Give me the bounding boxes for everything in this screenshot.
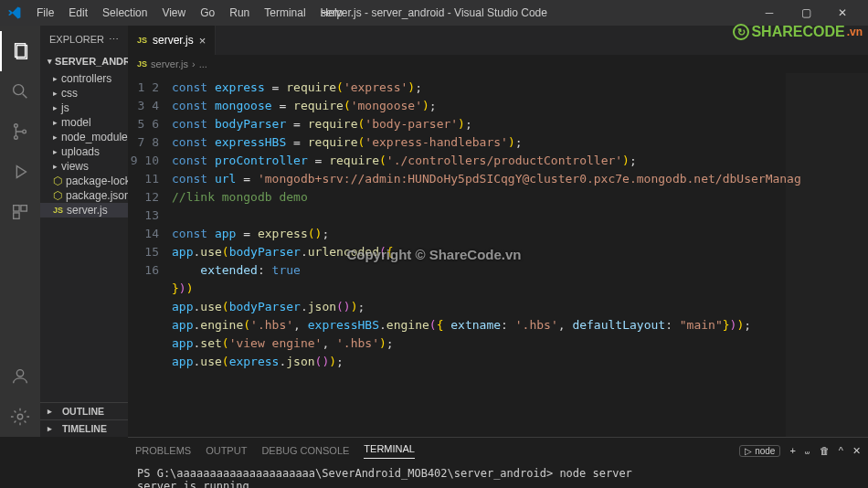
js-file-icon: JS xyxy=(137,59,147,69)
svg-point-4 xyxy=(15,124,18,128)
timeline-label: TIMELINE xyxy=(62,423,107,434)
menu-go[interactable]: Go xyxy=(193,3,222,23)
terminal-split-icon[interactable]: ⩊ xyxy=(805,445,810,456)
tree-label: model xyxy=(61,116,91,129)
activity-search[interactable] xyxy=(0,71,40,111)
chevron-right-icon: ▸ xyxy=(53,89,58,98)
window-title: server.js - server_android - Visual Stud… xyxy=(321,6,547,19)
chevron-right-icon: ▸ xyxy=(53,162,58,171)
panel-tab-output[interactable]: OUTPUT xyxy=(206,445,247,456)
breadcrumb-file: server.js xyxy=(151,58,188,69)
svg-line-3 xyxy=(23,94,27,99)
tree-label: server.js xyxy=(67,204,108,217)
logo-icon: ↻ xyxy=(733,24,749,40)
close-button[interactable]: ✕ xyxy=(824,0,861,26)
svg-point-11 xyxy=(16,370,23,377)
file-server-js[interactable]: JSserver.js xyxy=(40,203,128,217)
activity-extensions[interactable] xyxy=(0,192,40,232)
panel-tabs: PROBLEMS OUTPUT DEBUG CONSOLE TERMINAL ▷… xyxy=(128,438,868,463)
logo-suffix: .vn xyxy=(847,26,863,38)
terminal-shell-selector[interactable]: ▷ node xyxy=(739,445,780,457)
breadcrumb[interactable]: JS server.js › ... xyxy=(128,55,868,73)
chevron-right-icon: ▸ xyxy=(48,424,52,433)
explorer-title: EXPLORER xyxy=(49,34,104,45)
activity-explorer[interactable] xyxy=(0,31,40,71)
folder-node-modules[interactable]: ▸node_modules xyxy=(40,130,128,144)
maximize-button[interactable]: ▢ xyxy=(788,0,824,26)
breadcrumb-sep: › xyxy=(192,58,196,69)
tab-close-icon[interactable]: × xyxy=(199,34,206,48)
panel-close-icon[interactable]: ✕ xyxy=(852,445,861,457)
terminal-content[interactable]: PS G:\aaaaaaaaaaaaaaaaaaaaa\SeverAndroid… xyxy=(128,463,868,488)
activity-account[interactable] xyxy=(0,356,40,397)
timeline-section[interactable]: ▸ TIMELINE xyxy=(40,419,128,437)
editor-group: JS server.js × JS server.js › ... 1 2 3 … xyxy=(128,26,868,437)
chevron-right-icon: ▸ xyxy=(48,407,52,416)
svg-rect-9 xyxy=(21,206,26,211)
file-package-json[interactable]: ⬡package.json xyxy=(40,188,128,203)
svg-rect-8 xyxy=(14,206,19,211)
svg-point-6 xyxy=(23,130,26,133)
shell-label: node xyxy=(755,446,775,456)
js-file-icon: JS xyxy=(137,36,147,45)
svg-rect-10 xyxy=(14,213,19,218)
svg-point-2 xyxy=(14,85,24,95)
titlebar: File Edit Selection View Go Run Terminal… xyxy=(0,0,868,26)
minimize-button[interactable]: ─ xyxy=(751,0,788,26)
line-numbers: 1 2 3 4 5 6 7 8 9 10 11 12 13 14 15 16 xyxy=(128,73,172,437)
folder-model[interactable]: ▸model xyxy=(40,115,128,130)
tree-label: package-lock.json xyxy=(66,175,128,187)
terminal-new-icon[interactable]: + xyxy=(789,445,795,456)
panel-tab-debug[interactable]: DEBUG CONSOLE xyxy=(261,445,349,456)
tree-label: uploads xyxy=(61,145,100,158)
sharecode-logo: ↻ SHARECODE.vn xyxy=(733,24,863,40)
tree-label: controllers xyxy=(61,72,111,85)
window-controls: ─ ▢ ✕ xyxy=(751,0,861,26)
outline-label: OUTLINE xyxy=(62,406,104,417)
menu-selection[interactable]: Selection xyxy=(95,3,154,23)
chevron-right-icon: ▸ xyxy=(53,74,58,83)
activity-settings[interactable] xyxy=(0,397,40,437)
project-root[interactable]: ▾ SERVER_ANDROID xyxy=(40,53,128,69)
tree-label: css xyxy=(61,87,78,100)
tab-server-js[interactable]: JS server.js × xyxy=(128,26,216,55)
outline-section[interactable]: ▸ OUTLINE xyxy=(40,402,128,419)
activity-bar xyxy=(0,26,40,437)
tree-label: js xyxy=(61,101,69,114)
activity-source-control[interactable] xyxy=(0,111,40,152)
menu-view[interactable]: View xyxy=(154,3,193,23)
explorer-sidebar: EXPLORER ⋯ ▾ SERVER_ANDROID ▸controllers… xyxy=(40,26,128,437)
activity-debug[interactable] xyxy=(0,152,40,192)
folder-controllers[interactable]: ▸controllers xyxy=(40,71,128,86)
svg-marker-7 xyxy=(16,166,26,178)
code-editor[interactable]: 1 2 3 4 5 6 7 8 9 10 11 12 13 14 15 16 c… xyxy=(128,73,868,437)
menu-run[interactable]: Run xyxy=(222,3,257,23)
minimap[interactable] xyxy=(786,73,868,437)
project-name: SERVER_ANDROID xyxy=(55,56,128,67)
chevron-right-icon: ▸ xyxy=(53,118,58,127)
terminal-trash-icon[interactable]: 🗑 xyxy=(820,445,830,456)
chevron-right-icon: ▸ xyxy=(53,103,58,112)
menu-edit[interactable]: Edit xyxy=(61,3,95,23)
panel-maximize-icon[interactable]: ^ xyxy=(839,445,843,456)
explorer-header: EXPLORER ⋯ xyxy=(40,26,128,53)
svg-point-5 xyxy=(15,136,18,140)
breadcrumb-more: ... xyxy=(199,58,207,69)
folder-js[interactable]: ▸js xyxy=(40,101,128,115)
tree-label: node_modules xyxy=(61,131,128,143)
chevron-right-icon: ▸ xyxy=(53,133,58,142)
code-content[interactable]: const express = require('express'); cons… xyxy=(172,73,868,437)
file-tree: ▸controllers ▸css ▸js ▸model ▸node_modul… xyxy=(40,69,128,219)
tree-label: views xyxy=(61,160,89,173)
panel-tab-problems[interactable]: PROBLEMS xyxy=(135,445,191,456)
panel: PROBLEMS OUTPUT DEBUG CONSOLE TERMINAL ▷… xyxy=(128,437,868,488)
panel-tab-terminal[interactable]: TERMINAL xyxy=(364,443,415,459)
menu-file[interactable]: File xyxy=(29,3,61,23)
chevron-down-icon: ▾ xyxy=(48,57,52,66)
menu-terminal[interactable]: Terminal xyxy=(257,3,312,23)
folder-css[interactable]: ▸css xyxy=(40,86,128,101)
folder-uploads[interactable]: ▸uploads xyxy=(40,144,128,159)
file-package-lock[interactable]: ⬡package-lock.json xyxy=(40,174,128,188)
explorer-more-icon[interactable]: ⋯ xyxy=(109,34,119,46)
folder-views[interactable]: ▸views xyxy=(40,159,128,174)
